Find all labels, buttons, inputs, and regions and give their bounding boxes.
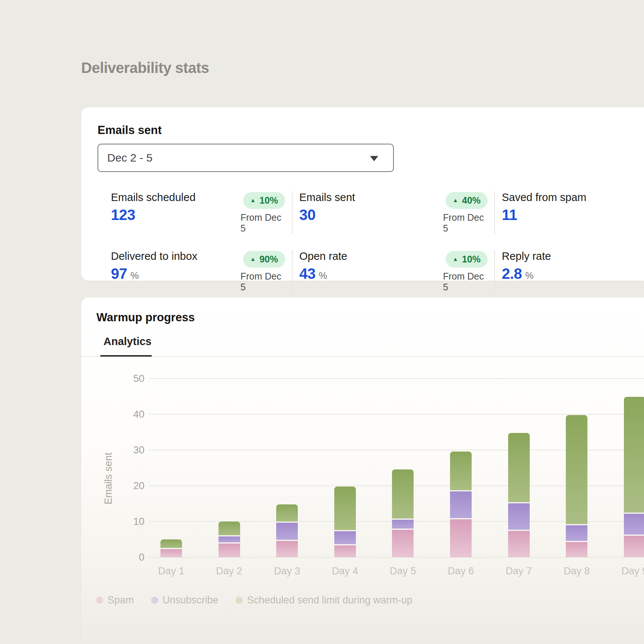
stat-change-delivered: ▲ 90% From Dec 5 [240,250,285,293]
date-range-value: Dec 2 - 5 [107,152,153,164]
stat-value: 2.8 [502,265,522,282]
stat-label: Open rate [299,250,436,262]
stats-divider [494,191,495,234]
stat-delivered-to-inbox: Delivered to inbox 97 % [111,250,234,293]
change-value: 90% [259,254,278,265]
stat-value: 30 [299,207,316,223]
bar-segment-spam [624,535,644,557]
x-tick-label: Day 6 [435,565,487,577]
bar-segment-scheduled-send-limit [276,504,298,522]
bar-segment-gap [392,519,414,520]
bar-segment-spam [276,541,298,557]
bar-segment-unsubscribe [566,525,587,542]
bar-segment-gap [219,535,240,536]
bar-segment-scheduled-send-limit [392,469,414,519]
bar-segment-unsubscribe [508,503,530,530]
chart-plot: 01020304050Day 1Day 2Day 3Day 4Day 5Day … [81,297,644,644]
legend-label: Spam [108,594,134,606]
y-tick-label: 30 [81,444,144,456]
chevron-down-icon [370,156,378,161]
stat-value: 11 [502,207,517,223]
stat-label: Delivered to inbox [111,250,234,262]
stat-label: Emails sent [299,191,436,204]
change-badge: ▲ 90% [243,251,285,268]
bar-segment-spam [566,542,587,557]
gridline [149,414,644,415]
bar-segment-spam [392,529,414,557]
change-value: 40% [462,195,481,206]
legend-dot-scheduled-send-limit [236,597,243,604]
bar-segment-gap [624,535,644,536]
bar-segment-unsubscribe [624,513,644,535]
change-from: From Dec 5 [443,271,488,293]
stat-saved-from-spam: Saved from spam 11 [502,191,626,234]
bar-segment-spam [334,545,356,557]
legend-item-unsubscribe: Unsubscribe [151,594,219,606]
change-badge: ▲ 40% [446,192,488,209]
stat-value: 97 [111,265,127,282]
x-tick-label: Day 2 [203,565,255,577]
bar-segment-gap [508,502,530,503]
triangle-up-icon: ▲ [453,197,458,203]
stats-card-title: Emails sent [98,124,626,137]
stat-reply-rate: Reply rate 2.8 % [502,250,626,293]
bar-segment-scheduled-send-limit [160,539,182,548]
stat-unit: % [319,270,327,281]
bar-segment-gap [450,518,472,519]
date-range-select[interactable]: Dec 2 - 5 [98,144,394,172]
legend-item-scheduled-send-limit: Scheduled send limit during warm-up [236,594,412,606]
legend-label: Scheduled send limit during warm-up [247,594,412,606]
change-from: From Dec 5 [443,212,488,234]
y-tick-label: 40 [81,408,144,420]
bar-segment-unsubscribe [450,491,472,519]
bar-segment-gap [508,530,530,531]
stats-grid: Emails scheduled 123 ▲ 10% From Dec 5 Em… [111,191,626,293]
bar-segment-unsubscribe [334,531,356,545]
y-tick-label: 50 [81,373,144,385]
stat-value: 123 [111,207,135,223]
stat-label: Emails scheduled [111,191,234,204]
bar-segment-spam [219,543,240,557]
change-badge: ▲ 10% [446,251,488,268]
stat-value: 43 [299,265,316,282]
x-tick-label: Day 5 [377,565,429,577]
stat-emails-scheduled: Emails scheduled 123 [111,191,234,234]
bar-segment-gap [566,524,587,525]
bar-segment-spam [508,530,530,557]
deliverability-screen: Deliverability stats Emails sent Dec 2 -… [0,0,644,644]
bar-segment-gap [276,540,298,541]
bar-segment-gap [219,542,240,543]
change-from: From Dec 5 [240,271,285,293]
stat-unit: % [131,270,139,281]
stats-divider [292,191,293,234]
warmup-progress-card: Warmup progress Analytics Emails sent 01… [81,297,644,644]
bar-segment-gap [276,522,298,523]
change-from: From Dec 5 [240,212,285,234]
y-tick-label: 10 [81,516,144,527]
bar-segment-gap [450,490,472,491]
change-value: 10% [462,254,481,265]
bar-segment-unsubscribe [219,536,240,543]
triangle-up-icon: ▲ [453,256,458,262]
bar-segment-scheduled-send-limit [566,415,587,525]
stats-divider [292,250,293,293]
legend-item-spam: Spam [96,594,134,606]
stat-change-emails-sent: ▲ 40% From Dec 5 [443,191,488,234]
x-tick-label: Day 9 [609,565,644,577]
legend-label: Unsubscribe [163,594,219,606]
bar-segment-scheduled-send-limit [219,522,240,536]
stat-unit: % [525,270,533,281]
bar-segment-spam [450,519,472,557]
stat-emails-sent: Emails sent 30 [299,191,436,234]
gridline [149,378,644,379]
bar-segment-unsubscribe [392,519,414,529]
stat-change-emails-scheduled: ▲ 10% From Dec 5 [240,191,285,234]
chart-legend: Spam Unsubscribe Scheduled send limit du… [96,594,412,606]
bar-segment-gap [624,513,644,514]
emails-sent-stats-card: Emails sent Dec 2 - 5 Emails scheduled 1… [81,107,644,281]
bar-segment-scheduled-send-limit [334,487,356,531]
bar-segment-unsubscribe [276,522,298,541]
x-tick-label: Day 4 [319,565,371,577]
stat-label: Reply rate [502,250,626,262]
change-badge: ▲ 10% [243,192,285,209]
